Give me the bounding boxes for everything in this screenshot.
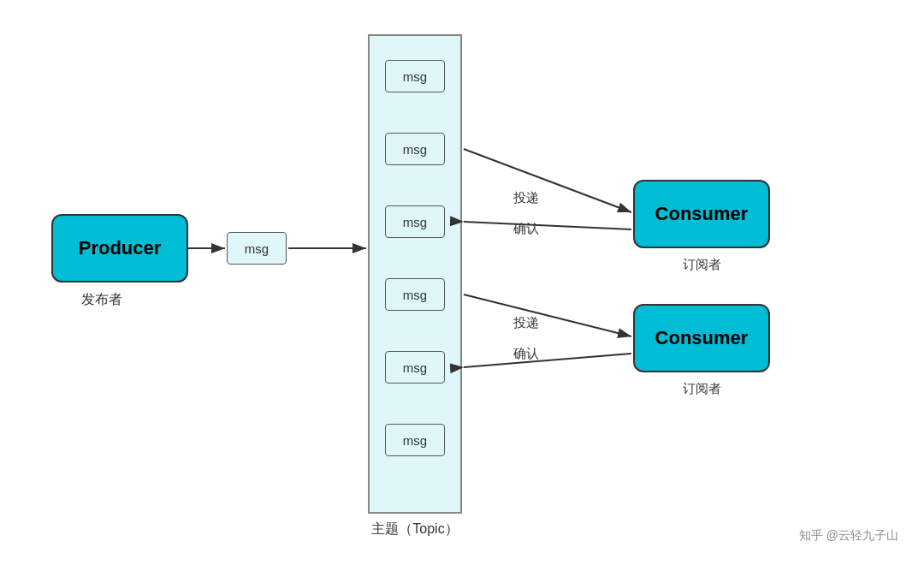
producer-sublabel: 发布者: [81, 291, 122, 309]
svg-line-4: [464, 149, 631, 212]
deliver1-label: 投递: [513, 190, 539, 206]
msg-box-1: msg: [385, 60, 445, 92]
msg-box-3: msg: [385, 205, 445, 238]
msg-producer-box: msg: [227, 232, 287, 265]
consumer2-label: Consumer: [655, 327, 749, 349]
svg-line-7: [464, 354, 631, 367]
producer-box: Producer: [51, 214, 188, 282]
watermark: 知乎 @云轻九子山: [799, 528, 898, 544]
consumer1-sublabel: 订阅者: [663, 257, 740, 273]
msg-box-5: msg: [385, 351, 445, 384]
msg-box-2: msg: [385, 133, 445, 165]
consumer1-label: Consumer: [655, 203, 749, 225]
consumer1-box: Consumer: [633, 180, 770, 248]
msg-box-4: msg: [385, 278, 445, 311]
msg-box-6: msg: [385, 424, 445, 456]
msg-producer-text: msg: [245, 241, 269, 256]
consumer2-box: Consumer: [633, 304, 770, 372]
topic-label: 主题（Topic）: [334, 520, 496, 538]
diagram-container: Producer 发布者 msg 主题（Topic） msg msg msg m…: [0, 0, 924, 565]
deliver2-label: 投递: [513, 315, 539, 331]
consumer2-sublabel: 订阅者: [663, 381, 740, 397]
confirm2-label: 确认: [513, 346, 539, 362]
svg-line-5: [464, 222, 631, 229]
svg-line-6: [464, 294, 631, 336]
confirm1-label: 确认: [513, 221, 539, 237]
producer-label: Producer: [79, 237, 162, 259]
arrows-svg: [0, 0, 924, 565]
